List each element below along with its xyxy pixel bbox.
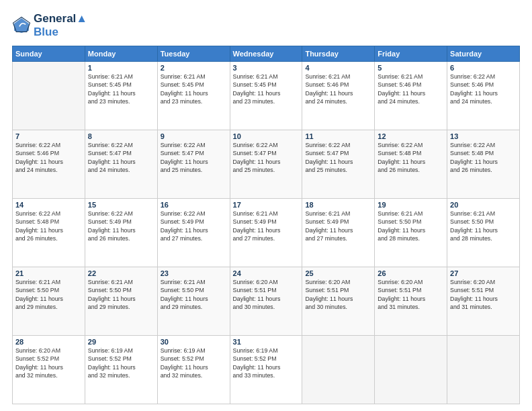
day-number: 14 [15, 201, 82, 209]
calendar-cell: 30Sunrise: 6:19 AM Sunset: 5:52 PM Dayli… [157, 336, 230, 404]
calendar-cell: 31Sunrise: 6:19 AM Sunset: 5:52 PM Dayli… [230, 336, 302, 404]
day-info: Sunrise: 6:22 AM Sunset: 5:46 PM Dayligh… [450, 73, 517, 105]
calendar-week-3: 14Sunrise: 6:22 AM Sunset: 5:48 PM Dayli… [13, 199, 520, 267]
calendar-cell: 26Sunrise: 6:20 AM Sunset: 5:51 PM Dayli… [375, 267, 447, 336]
day-info: Sunrise: 6:22 AM Sunset: 5:47 PM Dayligh… [305, 141, 371, 174]
logo: General▲ Blue [12, 12, 87, 39]
col-header-wednesday: Wednesday [230, 46, 302, 62]
day-info: Sunrise: 6:19 AM Sunset: 5:52 PM Dayligh… [233, 347, 300, 379]
calendar-cell: 15Sunrise: 6:22 AM Sunset: 5:49 PM Dayli… [85, 199, 157, 267]
calendar-cell [302, 336, 375, 404]
calendar-cell: 21Sunrise: 6:21 AM Sunset: 5:50 PM Dayli… [13, 267, 85, 336]
calendar-week-4: 21Sunrise: 6:21 AM Sunset: 5:50 PM Dayli… [13, 267, 520, 336]
day-info: Sunrise: 6:22 AM Sunset: 5:49 PM Dayligh… [88, 210, 154, 242]
calendar-cell: 20Sunrise: 6:21 AM Sunset: 5:50 PM Dayli… [447, 199, 520, 267]
calendar-cell: 24Sunrise: 6:20 AM Sunset: 5:51 PM Dayli… [230, 267, 302, 336]
calendar-week-2: 7Sunrise: 6:22 AM Sunset: 5:46 PM Daylig… [13, 130, 520, 199]
day-info: Sunrise: 6:22 AM Sunset: 5:48 PM Dayligh… [378, 141, 444, 174]
day-number: 12 [378, 132, 444, 140]
calendar-cell: 17Sunrise: 6:21 AM Sunset: 5:49 PM Dayli… [230, 199, 302, 267]
calendar-cell: 28Sunrise: 6:20 AM Sunset: 5:52 PM Dayli… [13, 336, 85, 404]
col-header-saturday: Saturday [447, 46, 520, 62]
calendar-cell: 2Sunrise: 6:21 AM Sunset: 5:45 PM Daylig… [157, 62, 230, 130]
calendar-cell: 25Sunrise: 6:20 AM Sunset: 5:51 PM Dayli… [302, 267, 375, 336]
day-info: Sunrise: 6:20 AM Sunset: 5:52 PM Dayligh… [15, 347, 82, 379]
day-number: 6 [450, 64, 517, 72]
day-number: 8 [88, 132, 154, 140]
col-header-thursday: Thursday [302, 46, 375, 62]
day-info: Sunrise: 6:22 AM Sunset: 5:48 PM Dayligh… [450, 141, 517, 174]
calendar-cell: 5Sunrise: 6:21 AM Sunset: 5:46 PM Daylig… [375, 62, 447, 130]
calendar-cell: 9Sunrise: 6:22 AM Sunset: 5:47 PM Daylig… [157, 130, 230, 199]
day-number: 17 [233, 201, 300, 209]
day-info: Sunrise: 6:20 AM Sunset: 5:51 PM Dayligh… [378, 278, 444, 311]
day-number: 15 [88, 201, 154, 209]
day-info: Sunrise: 6:22 AM Sunset: 5:48 PM Dayligh… [15, 210, 82, 242]
logo-icon [12, 16, 31, 35]
calendar-cell: 13Sunrise: 6:22 AM Sunset: 5:48 PM Dayli… [447, 130, 520, 199]
calendar-cell: 22Sunrise: 6:21 AM Sunset: 5:50 PM Dayli… [85, 267, 157, 336]
calendar-cell: 6Sunrise: 6:22 AM Sunset: 5:46 PM Daylig… [447, 62, 520, 130]
day-number: 9 [161, 132, 227, 140]
day-info: Sunrise: 6:19 AM Sunset: 5:52 PM Dayligh… [161, 347, 227, 379]
day-info: Sunrise: 6:20 AM Sunset: 5:51 PM Dayligh… [305, 278, 371, 311]
day-info: Sunrise: 6:21 AM Sunset: 5:50 PM Dayligh… [161, 278, 227, 311]
page: General▲ Blue SundayMondayTuesdayWednesd… [0, 0, 532, 411]
day-info: Sunrise: 6:22 AM Sunset: 5:47 PM Dayligh… [88, 141, 154, 174]
day-number: 7 [15, 132, 82, 140]
calendar-cell [447, 336, 520, 404]
col-header-sunday: Sunday [13, 46, 85, 62]
calendar-cell: 11Sunrise: 6:22 AM Sunset: 5:47 PM Dayli… [302, 130, 375, 199]
day-number: 3 [233, 64, 300, 72]
day-number: 5 [378, 64, 444, 72]
calendar-cell: 10Sunrise: 6:22 AM Sunset: 5:47 PM Dayli… [230, 130, 302, 199]
day-info: Sunrise: 6:22 AM Sunset: 5:49 PM Dayligh… [161, 210, 227, 242]
day-info: Sunrise: 6:20 AM Sunset: 5:51 PM Dayligh… [233, 278, 300, 311]
day-info: Sunrise: 6:21 AM Sunset: 5:50 PM Dayligh… [378, 210, 444, 242]
col-header-friday: Friday [375, 46, 447, 62]
day-info: Sunrise: 6:21 AM Sunset: 5:45 PM Dayligh… [233, 73, 300, 105]
calendar-week-5: 28Sunrise: 6:20 AM Sunset: 5:52 PM Dayli… [13, 336, 520, 404]
logo-text: General▲ Blue [34, 12, 87, 39]
day-number: 18 [305, 201, 371, 209]
calendar-cell [13, 62, 85, 130]
day-number: 21 [15, 269, 82, 277]
day-info: Sunrise: 6:21 AM Sunset: 5:49 PM Dayligh… [233, 210, 300, 242]
day-number: 10 [233, 132, 300, 140]
day-number: 4 [305, 64, 371, 72]
calendar-cell: 23Sunrise: 6:21 AM Sunset: 5:50 PM Dayli… [157, 267, 230, 336]
calendar-header-row: SundayMondayTuesdayWednesdayThursdayFrid… [13, 46, 520, 62]
day-info: Sunrise: 6:22 AM Sunset: 5:46 PM Dayligh… [15, 141, 82, 174]
day-number: 22 [88, 269, 154, 277]
day-number: 13 [450, 132, 517, 140]
day-info: Sunrise: 6:22 AM Sunset: 5:47 PM Dayligh… [233, 141, 300, 174]
day-number: 2 [161, 64, 227, 72]
day-number: 11 [305, 132, 371, 140]
header: General▲ Blue [12, 12, 520, 39]
day-number: 29 [88, 338, 154, 346]
day-number: 27 [450, 269, 517, 277]
day-number: 1 [88, 64, 154, 72]
col-header-tuesday: Tuesday [157, 46, 230, 62]
day-number: 31 [233, 338, 300, 346]
calendar-week-1: 1Sunrise: 6:21 AM Sunset: 5:45 PM Daylig… [13, 62, 520, 130]
day-number: 28 [15, 338, 82, 346]
day-info: Sunrise: 6:21 AM Sunset: 5:50 PM Dayligh… [15, 278, 82, 311]
calendar-cell: 4Sunrise: 6:21 AM Sunset: 5:46 PM Daylig… [302, 62, 375, 130]
calendar-cell: 16Sunrise: 6:22 AM Sunset: 5:49 PM Dayli… [157, 199, 230, 267]
day-number: 30 [161, 338, 227, 346]
day-number: 23 [161, 269, 227, 277]
calendar-cell: 8Sunrise: 6:22 AM Sunset: 5:47 PM Daylig… [85, 130, 157, 199]
calendar-cell: 7Sunrise: 6:22 AM Sunset: 5:46 PM Daylig… [13, 130, 85, 199]
day-info: Sunrise: 6:21 AM Sunset: 5:45 PM Dayligh… [88, 73, 154, 105]
day-info: Sunrise: 6:21 AM Sunset: 5:50 PM Dayligh… [88, 278, 154, 311]
day-info: Sunrise: 6:21 AM Sunset: 5:49 PM Dayligh… [305, 210, 371, 242]
day-number: 26 [378, 269, 444, 277]
day-info: Sunrise: 6:21 AM Sunset: 5:46 PM Dayligh… [378, 73, 444, 105]
calendar-cell: 3Sunrise: 6:21 AM Sunset: 5:45 PM Daylig… [230, 62, 302, 130]
day-number: 16 [161, 201, 227, 209]
day-info: Sunrise: 6:20 AM Sunset: 5:51 PM Dayligh… [450, 278, 517, 311]
day-info: Sunrise: 6:21 AM Sunset: 5:46 PM Dayligh… [305, 73, 371, 105]
day-info: Sunrise: 6:21 AM Sunset: 5:45 PM Dayligh… [161, 73, 227, 105]
calendar-cell: 12Sunrise: 6:22 AM Sunset: 5:48 PM Dayli… [375, 130, 447, 199]
